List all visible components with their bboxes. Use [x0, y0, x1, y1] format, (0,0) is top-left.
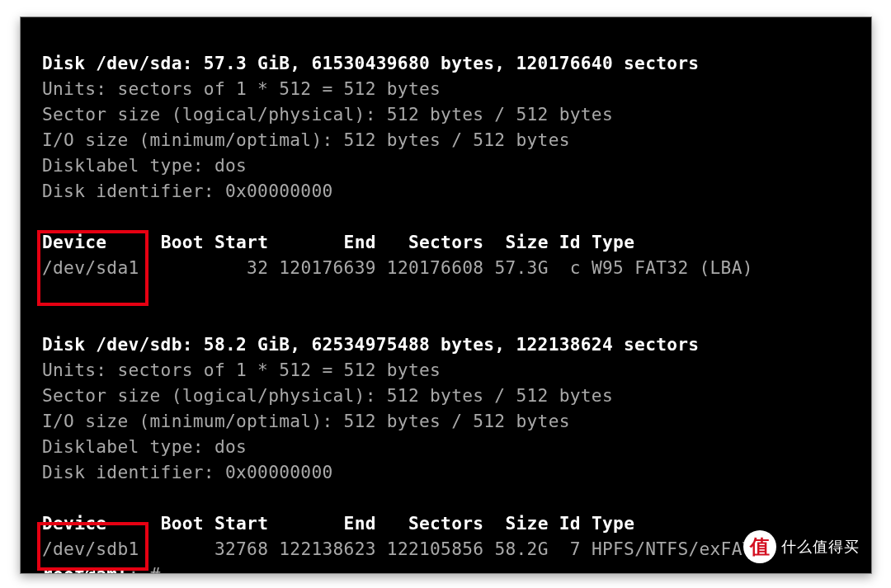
disk-a-th-boot: Boot	[161, 232, 204, 252]
disk-b-th-sectors: Sectors	[408, 513, 483, 534]
disk-a-sector-size: Sector size (logical/physical): 512 byte…	[42, 104, 613, 125]
terminal-output[interactable]: Disk /dev/sda: 57.3 GiB, 61530439680 byt…	[21, 17, 871, 574]
disk-b-th-device: Device	[42, 513, 106, 534]
disk-a-io-size: I/O size (minimum/optimal): 512 bytes / …	[42, 129, 570, 150]
terminal-window: Disk /dev/sda: 57.3 GiB, 61530439680 byt…	[20, 16, 872, 574]
disk-a-part-end: 120176639	[279, 257, 376, 278]
watermark-text: 什么值得买	[781, 537, 860, 557]
disk-b-th-start: Start	[214, 513, 268, 534]
disk-a-th-id: Id	[559, 232, 581, 252]
disk-b-part-sectors: 122105856	[387, 539, 484, 559]
disk-a-th-type: Type	[592, 232, 634, 252]
disk-b-part-id: 7	[570, 539, 581, 559]
disk-b-th-id: Id	[559, 513, 581, 534]
disk-a-th-size: Size	[505, 232, 548, 252]
disk-b-part-size: 58.2G	[494, 539, 548, 559]
disk-b-part-end: 122138623	[279, 539, 376, 559]
disk-b-io-size: I/O size (minimum/optimal): 512 bytes / …	[42, 411, 570, 431]
disk-b-th-size: Size	[505, 513, 548, 534]
disk-b-part-device: /dev/sdb1	[42, 539, 139, 559]
disk-b-units: Units: sectors of 1 * 512 = 512 bytes	[42, 360, 441, 380]
disk-a-header: Disk /dev/sda: 57.3 GiB, 61530439680 byt…	[42, 53, 699, 73]
watermark-logo-icon: 值	[743, 530, 776, 563]
watermark: 值 什么值得买	[743, 530, 860, 563]
disk-a-label-type: Disklabel type: dos	[42, 155, 247, 176]
disk-a-th-start: Start	[214, 232, 268, 252]
disk-a-part-size: 57.3G	[494, 257, 548, 278]
disk-a-part-device: /dev/sda1	[42, 257, 139, 278]
prompt-user-host: root@aml	[42, 564, 128, 574]
disk-b-header: Disk /dev/sdb: 58.2 GiB, 62534975488 byt…	[42, 334, 699, 355]
disk-b-sector-size: Sector size (logical/physical): 512 byte…	[42, 385, 613, 406]
disk-a-part-sectors: 120176608	[387, 257, 484, 278]
disk-a-th-device: Device	[42, 232, 106, 252]
disk-b-th-type: Type	[592, 513, 634, 534]
disk-a-units: Units: sectors of 1 * 512 = 512 bytes	[42, 78, 441, 99]
disk-a-part-id: c	[570, 257, 581, 278]
disk-a-th-sectors: Sectors	[408, 232, 483, 252]
disk-a-part-start: 32	[247, 257, 268, 278]
prompt-cwd: :~#	[128, 564, 160, 574]
disk-b-th-end: End	[344, 513, 376, 534]
disk-a-part-type: W95 FAT32 (LBA)	[592, 257, 753, 278]
disk-b-part-type: HPFS/NTFS/exFAT	[592, 539, 753, 559]
disk-b-th-boot: Boot	[161, 513, 204, 534]
disk-a-identifier: Disk identifier: 0x00000000	[42, 181, 333, 201]
disk-a-th-end: End	[344, 232, 376, 252]
disk-b-label-type: Disklabel type: dos	[42, 436, 247, 457]
disk-b-part-start: 32768	[214, 539, 268, 559]
disk-b-identifier: Disk identifier: 0x00000000	[42, 462, 333, 482]
